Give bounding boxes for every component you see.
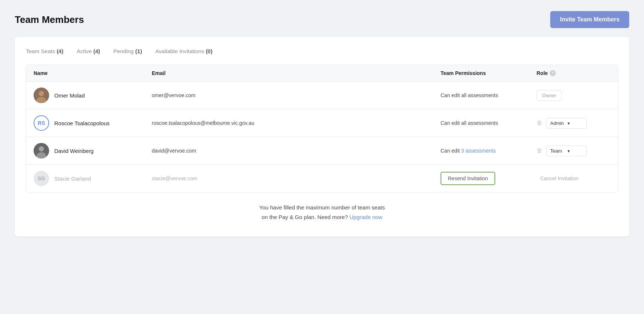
member-name-omer: Omer Molad	[54, 92, 85, 99]
col-email: Email	[152, 70, 441, 76]
table-row: RS Roscoe Tsalacopolous roscoe.tsalacopo…	[26, 109, 618, 137]
role-cell-stacie: Cancel Invitation	[537, 173, 610, 184]
delete-member-icon-david[interactable]: 🗑	[537, 147, 542, 154]
stat-item-0[interactable]: Team Seats (4)	[26, 48, 64, 54]
assessments-link-david[interactable]: 3 assessments	[461, 148, 496, 154]
page-header: Team Members Invite Team Members	[15, 11, 629, 28]
avatar-omer	[34, 88, 49, 103]
permission-cell-david: Can edit 3 assessments	[441, 148, 537, 154]
role-badge-omer: Owner	[537, 90, 562, 101]
members-table: Name Email Team Permissions Role ? Omer …	[26, 65, 618, 192]
main-card: Team Seats (4)Active (4)Pending (1)Avail…	[15, 37, 629, 236]
svg-point-1	[39, 91, 44, 96]
member-cell-stacie: SG Stacie Garland	[34, 171, 152, 186]
member-name-david: David Weinberg	[54, 148, 93, 154]
chevron-down-icon	[568, 120, 570, 126]
role-dropdown-david[interactable]: AdminTeamOwner	[550, 148, 565, 154]
footer-line1: You have filled the maximum number of te…	[26, 203, 618, 212]
avatar-david	[34, 143, 49, 158]
avatar-stacie: SG	[34, 171, 49, 186]
member-cell-david: David Weinberg	[34, 143, 152, 158]
table-body: Omer Molad omer@vervoe.comCan edit all a…	[26, 82, 618, 192]
permission-cell-omer: Can edit all assessments	[441, 92, 537, 98]
member-cell-omer: Omer Molad	[34, 88, 152, 103]
stat-item-1[interactable]: Active (4)	[77, 48, 100, 54]
email-cell-roscoe: roscoe.tsalacopolous@melbourne.vic.gov.a…	[152, 120, 441, 126]
table-row: Omer Molad omer@vervoe.comCan edit all a…	[26, 82, 618, 109]
member-cell-roscoe: RS Roscoe Tsalacopolous	[34, 115, 152, 131]
role-cell-roscoe: 🗑 AdminTeamOwner	[537, 118, 610, 129]
role-help-icon[interactable]: ?	[550, 70, 556, 76]
table-row: David Weinberg david@vervoe.com Can edit…	[26, 137, 618, 165]
avatar-roscoe: RS	[34, 115, 49, 131]
email-cell-omer: omer@vervoe.com	[152, 92, 441, 98]
role-select-roscoe[interactable]: AdminTeamOwner	[546, 118, 587, 129]
pending-actions-stacie: Resend Invitation	[441, 172, 537, 185]
footer-message: You have filled the maximum number of te…	[26, 203, 618, 222]
member-name-roscoe: Roscoe Tsalacopolous	[54, 120, 110, 126]
resend-invitation-button[interactable]: Resend Invitation	[441, 172, 495, 185]
role-dropdown-roscoe[interactable]: AdminTeamOwner	[550, 120, 565, 126]
permission-cell-roscoe: Can edit all assessments	[441, 120, 537, 126]
member-name-stacie: Stacie Garland	[54, 175, 91, 182]
table-row: SG Stacie Garland stacie@vervoe.com Rese…	[26, 165, 618, 192]
page-title: Team Members	[15, 14, 84, 25]
cancel-invitation-button[interactable]: Cancel Invitation	[537, 173, 582, 184]
delete-member-icon-roscoe[interactable]: 🗑	[537, 120, 542, 126]
chevron-down-icon	[568, 148, 570, 154]
invite-team-members-button[interactable]: Invite Team Members	[550, 11, 629, 28]
role-select-david[interactable]: AdminTeamOwner	[546, 146, 587, 156]
email-cell-david: david@vervoe.com	[152, 148, 441, 154]
email-cell-stacie: stacie@vervoe.com	[152, 175, 441, 181]
footer-line2: on the Pay & Go plan. Need more? Upgrade…	[26, 212, 618, 222]
col-name: Name	[34, 70, 152, 76]
col-permissions: Team Permissions	[441, 70, 537, 76]
stat-item-2[interactable]: Pending (1)	[113, 48, 142, 54]
col-role: Role ?	[537, 70, 610, 76]
stats-row: Team Seats (4)Active (4)Pending (1)Avail…	[26, 48, 618, 54]
upgrade-link[interactable]: Upgrade now	[349, 214, 382, 220]
stat-item-3[interactable]: Available Invitations (0)	[155, 48, 213, 54]
role-cell-omer: Owner	[537, 90, 610, 101]
svg-point-4	[39, 146, 44, 151]
role-cell-david: 🗑 AdminTeamOwner	[537, 146, 610, 156]
table-header: Name Email Team Permissions Role ?	[26, 65, 618, 82]
